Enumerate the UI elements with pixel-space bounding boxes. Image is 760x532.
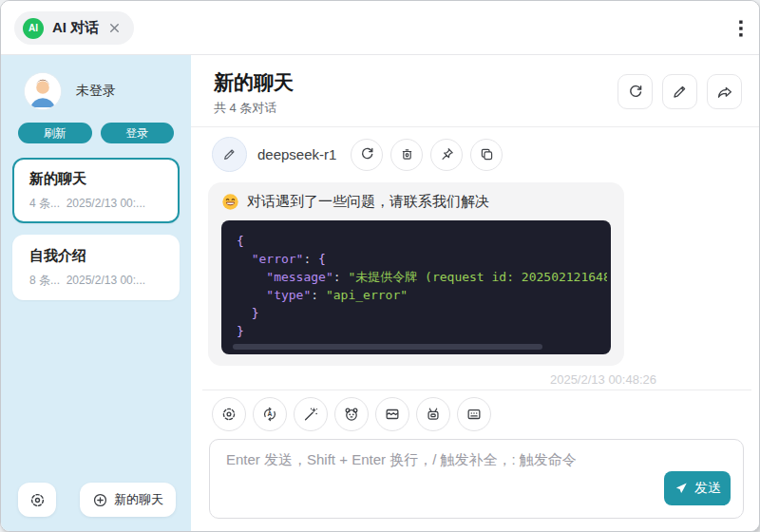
- conversation-count: 共 4 条对话: [214, 100, 294, 117]
- send-button[interactable]: 发送: [664, 471, 731, 505]
- login-button[interactable]: 登录: [101, 123, 175, 143]
- chat-area: 对话遇到了一些问题，请联系我们解决 { "error": { "message"…: [191, 172, 759, 390]
- pencil-icon: [222, 147, 237, 162]
- tab-ai-chat[interactable]: AI AI 对话: [14, 11, 134, 45]
- message-text: 对话遇到了一些问题，请联系我们解决: [247, 193, 489, 211]
- message-input[interactable]: [226, 451, 599, 508]
- chat-title: 自我介绍: [29, 247, 162, 265]
- svg-text:A: A: [268, 410, 273, 417]
- gear-icon: [28, 491, 47, 509]
- user-avatar: [25, 73, 61, 109]
- message-timestamp: 2025/2/13 00:48:26: [208, 372, 656, 387]
- new-chat-button[interactable]: 新的聊天: [80, 483, 176, 517]
- close-icon[interactable]: [107, 21, 122, 35]
- settings-button[interactable]: [18, 483, 56, 517]
- paper-plane-icon: [674, 481, 689, 496]
- tab-bar: AI AI 对话: [1, 1, 759, 55]
- edit-chat-button[interactable]: [662, 74, 697, 109]
- app-window: AI AI 对话 未登录: [0, 0, 760, 532]
- tab-title: AI 对话: [52, 19, 99, 37]
- delete-message-button[interactable]: [390, 139, 423, 171]
- trash-icon: [399, 146, 415, 162]
- share-icon: [716, 84, 733, 101]
- model-settings-button[interactable]: [212, 397, 246, 431]
- image-icon: [384, 406, 401, 423]
- image-button[interactable]: [375, 397, 409, 431]
- translate-loop-icon: A: [261, 406, 278, 423]
- chat-list-item[interactable]: 自我介绍 8 条... 2025/2/13 00:...: [12, 235, 180, 300]
- regenerate-button[interactable]: [351, 139, 383, 171]
- send-label: 发送: [694, 480, 721, 497]
- sidebar-actions: 刷新 登录: [18, 123, 174, 143]
- composer-section: A: [191, 390, 759, 531]
- app-body: 未登录 刷新 登录 新的聊天 4 条... 2025/2/13 00:... 自…: [1, 55, 759, 531]
- magic-wand-button[interactable]: [294, 397, 328, 431]
- magic-wand-icon: [302, 406, 319, 423]
- robot-icon: [425, 406, 442, 423]
- new-chat-label: 新的聊天: [114, 491, 163, 508]
- panda-icon: [343, 406, 360, 423]
- ai-badge-icon: AI: [23, 18, 44, 39]
- chat-header: 新的聊天 共 4 条对话: [191, 55, 759, 127]
- emoji-panda-button[interactable]: [334, 397, 369, 431]
- model-name: deepseek-r1: [257, 146, 336, 162]
- message-toolbar: deepseek-r1: [191, 127, 759, 172]
- chat-meta: 4 条... 2025/2/13 00:...: [29, 196, 162, 212]
- chat-list-item-current[interactable]: 新的聊天 4 条... 2025/2/13 00:...: [12, 158, 180, 223]
- chat-meta: 8 条... 2025/2/13 00:...: [29, 273, 162, 289]
- refresh-chat-button[interactable]: [618, 74, 653, 109]
- composer-tools: A: [191, 390, 759, 431]
- refresh-button[interactable]: 刷新: [18, 123, 92, 143]
- sidebar-footer: 新的聊天: [1, 483, 191, 517]
- main-panel: 新的聊天 共 4 条对话: [191, 55, 759, 531]
- kebab-menu-icon[interactable]: [738, 19, 744, 38]
- copy-icon: [479, 146, 495, 162]
- pin-message-button[interactable]: [430, 139, 463, 171]
- page-title: 新的聊天: [214, 69, 294, 96]
- edit-icon: [672, 84, 688, 100]
- pin-icon: [439, 146, 455, 162]
- code-block-content: { "error": { "message": "未提供令牌 (request …: [237, 232, 607, 340]
- gear-icon: [220, 406, 238, 423]
- refresh-icon: [359, 146, 375, 162]
- assistant-avatar: [212, 137, 247, 172]
- share-chat-button[interactable]: [707, 74, 742, 109]
- assistant-message-bubble: 对话遇到了一些问题，请联系我们解决 { "error": { "message"…: [208, 182, 624, 366]
- username: 未登录: [76, 83, 116, 100]
- user-row: 未登录: [1, 55, 191, 109]
- card-message-button[interactable]: [457, 397, 491, 431]
- chat-header-actions: [618, 74, 742, 109]
- card-icon: [466, 406, 483, 423]
- horizontal-scrollbar[interactable]: [233, 344, 542, 350]
- chat-title: 新的聊天: [29, 170, 162, 188]
- code-block: { "error": { "message": "未提供令牌 (request …: [221, 220, 611, 354]
- message-line: 对话遇到了一些问题，请联系我们解决: [221, 193, 611, 211]
- plus-circle-icon: [92, 492, 108, 508]
- sidebar: 未登录 刷新 登录 新的聊天 4 条... 2025/2/13 00:... 自…: [1, 55, 191, 531]
- message-input-container: 发送: [209, 439, 744, 519]
- refresh-icon: [627, 84, 644, 101]
- copy-message-button[interactable]: [470, 139, 503, 171]
- robot-button[interactable]: [416, 397, 450, 431]
- translate-button[interactable]: A: [253, 397, 287, 431]
- chat-header-titles: 新的聊天 共 4 条对话: [214, 69, 294, 117]
- smiley-emoji: [221, 193, 239, 211]
